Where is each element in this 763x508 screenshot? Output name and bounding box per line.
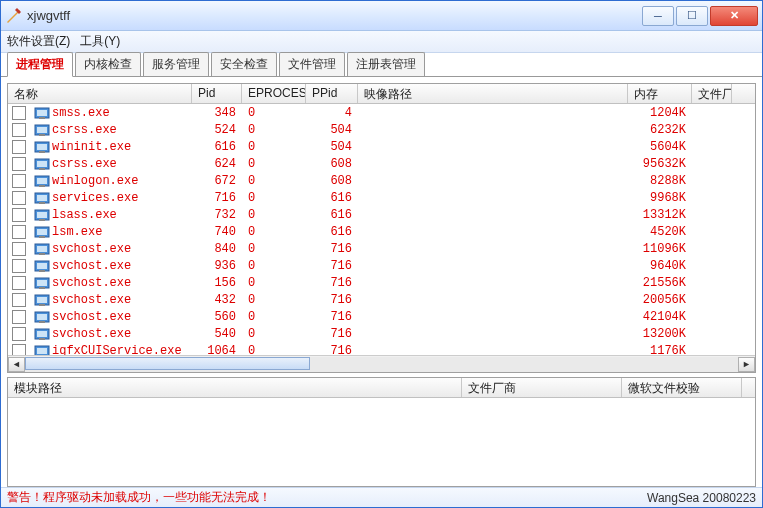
tab-service[interactable]: 服务管理 [143,52,209,76]
row-checkbox[interactable] [12,123,26,137]
row-checkbox[interactable] [12,310,26,324]
titlebar[interactable]: xjwgvtff ─ ☐ ✕ [1,1,762,31]
row-checkbox[interactable] [12,276,26,290]
cell-mem: 9968K [628,191,692,205]
svg-rect-35 [39,304,45,306]
col-module-ms[interactable]: 微软文件校验 [622,378,742,397]
cell-name: igfxCUIService.exe [28,343,192,356]
cell-mem: 13200K [628,327,692,341]
svg-rect-29 [39,270,45,272]
module-headers: 模块路径 文件厂商 微软文件校验 [8,378,755,398]
tab-file[interactable]: 文件管理 [279,52,345,76]
row-checkbox[interactable] [12,293,26,307]
minimize-button[interactable]: ─ [642,6,674,26]
row-checkbox[interactable] [12,157,26,171]
cell-mem: 1176K [628,344,692,356]
row-checkbox[interactable] [12,259,26,273]
cell-pid: 624 [192,157,242,171]
tab-process[interactable]: 进程管理 [7,52,73,77]
col-module-vendor[interactable]: 文件厂商 [462,378,622,397]
col-vendor[interactable]: 文件厂 [692,84,732,103]
table-row[interactable]: csrss.exe52405046232K [8,121,755,138]
menu-settings[interactable]: 软件设置(Z) [7,33,70,50]
cell-name: lsass.exe [28,207,192,223]
table-row[interactable]: svchost.exe156071621556K [8,274,755,291]
table-row[interactable]: lsm.exe74006164520K [8,223,755,240]
svg-rect-25 [37,246,47,252]
svg-rect-34 [37,297,47,303]
table-row[interactable]: svchost.exe93607169640K [8,257,755,274]
col-ppid[interactable]: PPid [306,84,358,103]
cell-pid: 560 [192,310,242,324]
row-checkbox[interactable] [12,242,26,256]
col-name[interactable]: 名称 [8,84,192,103]
cell-ppid: 608 [306,157,358,171]
cell-eprocess: 0 [242,259,306,273]
col-module-path[interactable]: 模块路径 [8,378,462,397]
window-title: xjwgvtff [27,8,642,23]
row-checkbox[interactable] [12,191,26,205]
col-eprocess[interactable]: EPROCESS [242,84,306,103]
tab-security[interactable]: 安全检查 [211,52,277,76]
module-list[interactable] [8,398,755,486]
cell-name: csrss.exe [28,156,192,172]
cell-mem: 95632K [628,157,692,171]
table-row[interactable]: winlogon.exe67206088288K [8,172,755,189]
scroll-thumb[interactable] [25,357,310,370]
table-row[interactable]: igfxCUIService.exe106407161176K [8,342,755,355]
cell-pid: 936 [192,259,242,273]
cell-eprocess: 0 [242,208,306,222]
svg-rect-41 [39,338,45,340]
col-pid[interactable]: Pid [192,84,242,103]
row-checkbox[interactable] [12,106,26,120]
table-row[interactable]: lsass.exe732061613312K [8,206,755,223]
cell-eprocess: 0 [242,242,306,256]
svg-rect-5 [39,134,45,136]
scroll-right-icon[interactable]: ► [738,357,755,372]
tab-kernel[interactable]: 内核检查 [75,52,141,76]
process-list[interactable]: smss.exe348041204Kcsrss.exe52405046232Kw… [8,104,755,355]
row-checkbox[interactable] [12,174,26,188]
cell-ppid: 616 [306,225,358,239]
row-checkbox[interactable] [12,208,26,222]
svg-rect-10 [37,161,47,167]
process-icon [34,275,50,291]
tab-registry[interactable]: 注册表管理 [347,52,425,76]
menu-tools[interactable]: 工具(Y) [80,33,120,50]
scroll-left-icon[interactable]: ◄ [8,357,25,372]
cell-name: winlogon.exe [28,173,192,189]
col-mem[interactable]: 内存 [628,84,692,103]
statusbar: 警告！程序驱动未加载成功，一些功能无法完成！ WangSea 20080223 [1,487,762,507]
table-row[interactable]: svchost.exe540071613200K [8,325,755,342]
table-row[interactable]: svchost.exe432071620056K [8,291,755,308]
svg-rect-14 [39,185,45,187]
close-button[interactable]: ✕ [710,6,758,26]
process-icon [34,207,50,223]
row-checkbox[interactable] [12,344,26,356]
process-icon [34,173,50,189]
table-row[interactable]: svchost.exe560071642104K [8,308,755,325]
table-row[interactable]: csrss.exe624060895632K [8,155,755,172]
svg-rect-19 [37,212,47,218]
svg-rect-7 [37,144,47,150]
cell-ppid: 616 [306,191,358,205]
cell-name: services.exe [28,190,192,206]
table-row[interactable]: wininit.exe61605045604K [8,138,755,155]
cell-eprocess: 0 [242,327,306,341]
row-checkbox[interactable] [12,225,26,239]
row-checkbox[interactable] [12,327,26,341]
horizontal-scrollbar[interactable]: ◄ ► [8,355,755,372]
table-row[interactable]: smss.exe348041204K [8,104,755,121]
col-path[interactable]: 映像路径 [358,84,628,103]
row-checkbox[interactable] [12,140,26,154]
cell-mem: 9640K [628,259,692,273]
maximize-button[interactable]: ☐ [676,6,708,26]
table-row[interactable]: services.exe71606169968K [8,189,755,206]
svg-rect-38 [39,321,45,323]
app-icon [5,8,21,24]
process-icon [34,190,50,206]
svg-rect-20 [39,219,45,221]
process-icon [34,156,50,172]
table-row[interactable]: svchost.exe840071611096K [8,240,755,257]
menubar: 软件设置(Z) 工具(Y) [1,31,762,53]
